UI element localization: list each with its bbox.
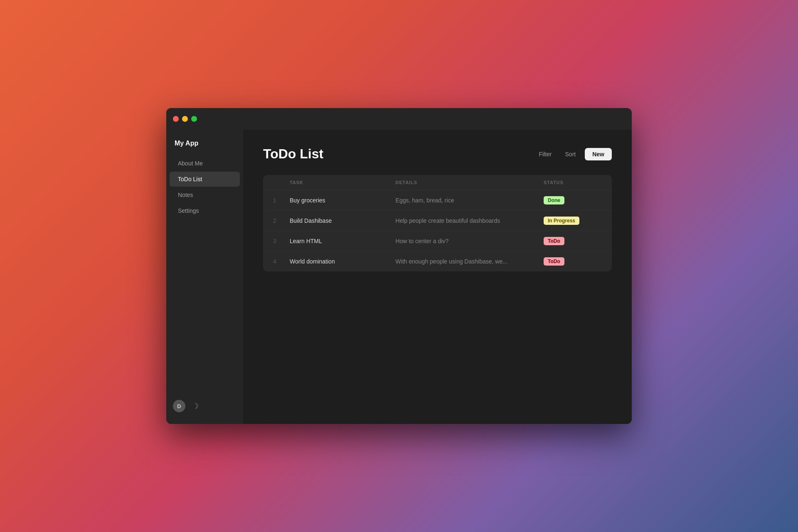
- maximize-button[interactable]: [191, 116, 197, 122]
- col-header-task: TASK: [290, 180, 396, 185]
- main-layout: My App About Me ToDo List Notes Settings…: [166, 130, 632, 424]
- sidebar-item-todo-list[interactable]: ToDo List: [170, 172, 240, 187]
- sidebar-item-label: About Me: [178, 160, 203, 167]
- table-row[interactable]: 3 Learn HTML How to center a div? ToDo: [263, 231, 612, 251]
- avatar[interactable]: D: [173, 400, 185, 412]
- sidebar-item-label: Notes: [178, 192, 193, 198]
- sidebar-item-label: ToDo List: [178, 176, 202, 182]
- task-name: World domination: [290, 258, 396, 265]
- sidebar-item-label: Settings: [178, 207, 199, 214]
- todo-table: TASK DETAILS STATUS 1 Buy groceries Eggs…: [263, 175, 612, 271]
- dark-mode-toggle-icon[interactable]: ☽: [192, 401, 199, 411]
- table-header: TASK DETAILS STATUS: [263, 175, 612, 190]
- task-details: Help people create beautiful dashboards: [396, 217, 544, 224]
- app-window: My App About Me ToDo List Notes Settings…: [166, 108, 632, 424]
- page-title: ToDo List: [263, 146, 323, 162]
- titlebar: [166, 108, 632, 130]
- task-name: Build Dashibase: [290, 217, 396, 224]
- col-header-num: [273, 180, 290, 185]
- sidebar: My App About Me ToDo List Notes Settings…: [166, 130, 243, 424]
- sort-button[interactable]: Sort: [561, 148, 580, 160]
- row-number: 1: [273, 197, 290, 204]
- table-row[interactable]: 4 World domination With enough people us…: [263, 251, 612, 271]
- sidebar-nav: About Me ToDo List Notes Settings: [166, 155, 243, 395]
- close-button[interactable]: [173, 116, 179, 122]
- table-row[interactable]: 1 Buy groceries Eggs, ham, bread, rice D…: [263, 190, 612, 211]
- row-number: 3: [273, 238, 290, 244]
- new-button[interactable]: New: [585, 148, 612, 160]
- task-name: Learn HTML: [290, 238, 396, 244]
- table-row[interactable]: 2 Build Dashibase Help people create bea…: [263, 211, 612, 231]
- filter-button[interactable]: Filter: [534, 148, 556, 160]
- status-badge: ToDo: [544, 257, 564, 266]
- task-details: With enough people using Dashibase, we..…: [396, 258, 544, 265]
- app-title: My App: [166, 140, 243, 155]
- minimize-button[interactable]: [182, 116, 188, 122]
- content-header: ToDo List Filter Sort New: [263, 146, 612, 162]
- sidebar-item-notes[interactable]: Notes: [170, 187, 240, 202]
- row-number: 4: [273, 258, 290, 265]
- task-details: Eggs, ham, bread, rice: [396, 197, 544, 204]
- content-area: ToDo List Filter Sort New TASK DETAILS S…: [243, 130, 632, 424]
- sidebar-item-about-me[interactable]: About Me: [170, 156, 240, 171]
- status-badge: Done: [544, 196, 564, 204]
- task-details: How to center a div?: [396, 238, 544, 244]
- task-name: Buy groceries: [290, 197, 396, 204]
- row-number: 2: [273, 217, 290, 224]
- col-header-details: DETAILS: [396, 180, 544, 185]
- traffic-lights: [173, 116, 197, 122]
- sidebar-item-settings[interactable]: Settings: [170, 203, 240, 218]
- sidebar-footer: D ☽: [166, 395, 243, 417]
- header-actions: Filter Sort New: [534, 148, 612, 160]
- status-badge: In Progress: [544, 217, 579, 225]
- col-header-status: STATUS: [544, 180, 602, 185]
- status-badge: ToDo: [544, 237, 564, 245]
